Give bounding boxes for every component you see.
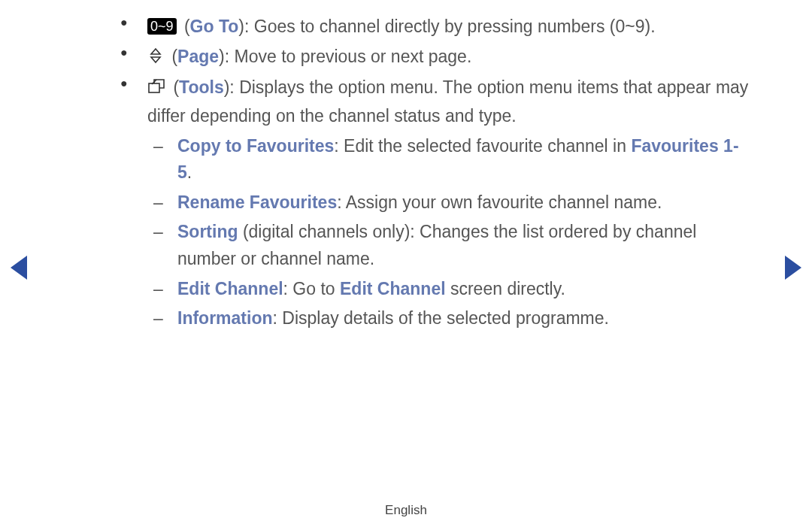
bullet-page: (Page): Move to previous or next page.	[120, 44, 752, 72]
sorting-label: Sorting	[177, 222, 238, 241]
sub-info: Information: Display details of the sele…	[147, 305, 752, 332]
sub-sorting: Sorting (digital channels only): Changes…	[147, 219, 752, 272]
page-label: Page	[177, 47, 219, 66]
nav-right-arrow[interactable]	[785, 256, 801, 280]
triangle-left-icon	[11, 256, 27, 280]
updown-icon	[147, 45, 164, 72]
tools-label: Tools	[179, 77, 224, 97]
manual-content: 0~9 (Go To): Goes to channel directly by…	[120, 14, 752, 335]
tools-icon	[147, 76, 165, 103]
sub-copy: Copy to Favourites: Edit the selected fa…	[147, 133, 752, 186]
footer-language: English	[0, 503, 812, 518]
rename-label: Rename Favourites	[177, 192, 337, 212]
triangle-right-icon	[785, 256, 801, 280]
rename-desc: : Assign your own favourite channel name…	[337, 192, 662, 212]
nav-left-arrow[interactable]	[11, 256, 27, 280]
edit-kw2: Edit Channel	[340, 279, 446, 298]
page-desc: : Move to previous or next page.	[225, 47, 472, 66]
edit-desc1: : Go to	[283, 279, 340, 298]
bullet-tools: (Tools): Displays the option menu. The o…	[120, 74, 752, 332]
sub-edit: Edit Channel: Go to Edit Channel screen …	[147, 276, 752, 303]
goto-desc: : Goes to channel directly by pressing n…	[244, 17, 656, 36]
info-desc: : Display details of the selected progra…	[273, 308, 609, 328]
sub-rename: Rename Favourites: Assign your own favou…	[147, 189, 752, 217]
goto-label: Go To	[190, 17, 239, 36]
info-label: Information	[177, 308, 273, 328]
svg-rect-0	[149, 83, 159, 92]
copy-dot: .	[187, 162, 192, 182]
copy-desc: : Edit the selected favourite channel in	[334, 136, 631, 156]
edit-label: Edit Channel	[177, 279, 283, 298]
number-keys-icon: 0~9	[147, 18, 177, 35]
edit-desc2: screen directly.	[446, 279, 565, 298]
bullet-goto: 0~9 (Go To): Goes to channel directly by…	[120, 14, 752, 41]
copy-label: Copy to Favourites	[177, 136, 334, 156]
tools-desc1: : Displays the option menu. The option m…	[229, 77, 716, 97]
sorting-desc: (digital channels only): Changes the lis…	[177, 222, 696, 268]
